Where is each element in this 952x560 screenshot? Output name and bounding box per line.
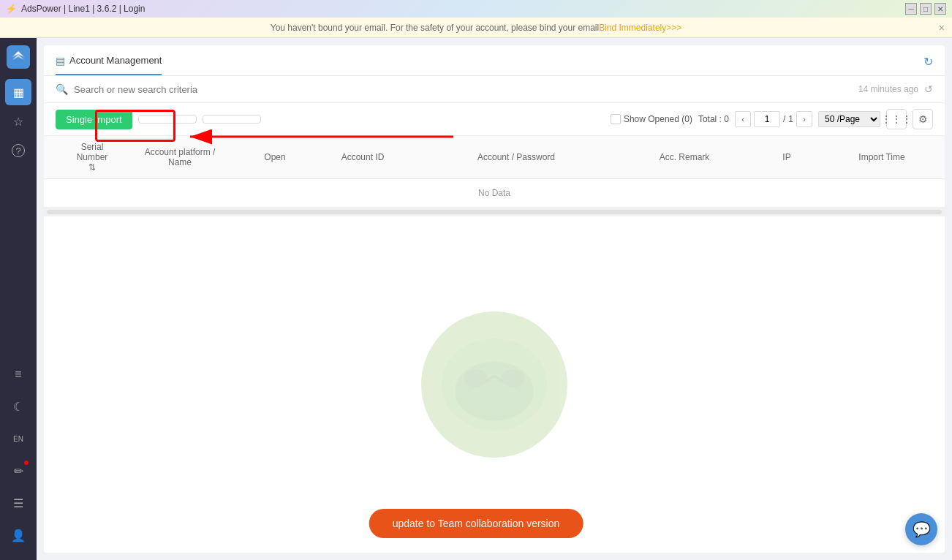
- sidebar-item-bookmark[interactable]: ☆: [5, 108, 31, 135]
- page-size-select[interactable]: 50 /Page 10 /Page 20 /Page 100 /Page: [818, 111, 880, 127]
- watermark-svg: [428, 319, 560, 450]
- show-opened-label: Show Opened (0): [624, 114, 692, 124]
- notification-bar: You haven't bound your email. For the sa…: [0, 18, 952, 38]
- notification-text: You haven't bound your email. For the sa…: [271, 23, 599, 33]
- search-bar: 🔍 14 minutes ago ↺: [44, 76, 945, 103]
- th-account-id: Account ID: [319, 152, 407, 162]
- svg-point-6: [501, 368, 524, 387]
- title-bar-controls: ─ □ ✕: [905, 3, 946, 15]
- th-account-password-text: Account / Password: [477, 152, 555, 162]
- sidebar-item-list[interactable]: ≡: [5, 361, 31, 387]
- sidebar-item-accounts[interactable]: ▦: [5, 79, 31, 105]
- no-data-text: No Data: [478, 188, 510, 198]
- page-prev-button[interactable]: ‹: [735, 111, 751, 127]
- pen-dot: [24, 461, 29, 465]
- sidebar: ▦ ☆ ? ≡ ☾ EN ✏ ☰ �: [0, 38, 37, 560]
- app-title: AdsPower | Line1 | 3.6.2 | Login: [21, 4, 145, 14]
- chat-button[interactable]: 💬: [905, 513, 937, 545]
- page-separator: /: [783, 114, 785, 124]
- th-serial: Serial Number ⇅: [56, 142, 129, 173]
- svg-point-5: [464, 368, 488, 387]
- maximize-button[interactable]: □: [920, 3, 932, 15]
- minimize-button[interactable]: ─: [905, 3, 917, 15]
- th-account-password: Account / Password: [407, 152, 626, 162]
- user-icon: 👤: [11, 529, 26, 542]
- extra-button-2[interactable]: [203, 115, 261, 124]
- th-ip-text: IP: [782, 152, 790, 162]
- th-ip: IP: [743, 152, 831, 162]
- chat-icon: 💬: [913, 521, 931, 538]
- close-button[interactable]: ✕: [934, 3, 946, 15]
- total-pages: 1: [788, 114, 793, 124]
- bottom-bar: update to Team collaboration version: [369, 509, 583, 538]
- th-sort-icon: ⇅: [88, 162, 96, 173]
- th-import-time-text: Import Time: [858, 152, 904, 162]
- help-icon: ?: [12, 144, 25, 157]
- content-area: ▤ Account Management ↻ 🔍 14 minutes ago …: [37, 38, 952, 560]
- moon-icon: ☾: [13, 400, 23, 414]
- th-remark-text: Acc. Remark: [660, 152, 710, 162]
- sidebar-logo: [5, 44, 31, 70]
- page-input[interactable]: [754, 111, 780, 127]
- title-bar: ⚡ AdsPower | Line1 | 3.6.2 | Login ─ □ ✕: [0, 0, 952, 18]
- watermark-circle: [421, 311, 567, 458]
- sidebar-item-language[interactable]: EN: [5, 425, 31, 452]
- th-serial-text: Serial: [81, 142, 104, 152]
- menu-icon: ☰: [13, 496, 23, 510]
- bookmark-icon: ☆: [13, 115, 23, 129]
- upgrade-button[interactable]: update to Team collaboration version: [369, 509, 583, 538]
- th-open: Open: [231, 152, 319, 162]
- search-refresh-button[interactable]: ↺: [924, 83, 933, 95]
- main-panel: ▤ Account Management ↻ 🔍 14 minutes ago …: [44, 45, 945, 553]
- sidebar-item-menu[interactable]: ☰: [5, 490, 31, 516]
- svg-point-4: [455, 362, 534, 421]
- accounts-icon: ▦: [13, 86, 24, 99]
- settings-button[interactable]: ⚙: [913, 109, 933, 129]
- column-icon: ⋮⋮⋮: [881, 113, 912, 125]
- total-label: Total : 0: [698, 114, 729, 124]
- sidebar-item-user[interactable]: 👤: [5, 522, 31, 548]
- table-header: Serial Number ⇅ Account platform / Name …: [44, 136, 945, 179]
- panel-header: ▤ Account Management ↻: [44, 45, 945, 76]
- search-input[interactable]: [74, 84, 853, 95]
- page-next-button[interactable]: ›: [796, 111, 812, 127]
- search-time: 14 minutes ago: [858, 84, 918, 94]
- main-layout: ▦ ☆ ? ≡ ☾ EN ✏ ☰ �: [0, 38, 952, 560]
- search-icon: 🔍: [56, 83, 68, 95]
- panel-refresh-button[interactable]: ↻: [923, 55, 933, 69]
- toolbar-right: Show Opened (0) Total : 0 ‹ / 1 › 50 /Pa…: [611, 109, 933, 129]
- extra-button-1[interactable]: [138, 115, 197, 124]
- horizontal-scrollbar[interactable]: [44, 208, 945, 216]
- no-data-row: No Data: [44, 179, 945, 208]
- single-import-button[interactable]: Single Import: [56, 110, 132, 129]
- th-platform: Account platform / Name: [129, 147, 231, 167]
- lang-icon: EN: [13, 435, 23, 443]
- panel-title-icon: ▤: [56, 55, 65, 67]
- panel-title-text: Account Management: [69, 55, 162, 66]
- th-platform-sub: Name: [168, 157, 192, 167]
- sidebar-item-pen[interactable]: ✏: [5, 458, 31, 484]
- scrollbar-track: [47, 210, 942, 214]
- notification-close[interactable]: ×: [939, 22, 945, 34]
- th-serial-sub: Number: [77, 152, 108, 162]
- show-opened-checkbox[interactable]: [611, 114, 621, 124]
- title-bar-left: ⚡ AdsPower | Line1 | 3.6.2 | Login: [6, 4, 145, 14]
- sidebar-item-help[interactable]: ?: [5, 137, 31, 164]
- sidebar-item-theme[interactable]: ☾: [5, 393, 31, 420]
- watermark: [44, 216, 945, 553]
- page-nav: ‹ / 1 ›: [735, 111, 812, 127]
- column-toggle-button[interactable]: ⋮⋮⋮: [886, 109, 907, 129]
- sidebar-bottom: ≡ ☾ EN ✏ ☰ 👤: [5, 361, 31, 560]
- panel-title: ▤ Account Management: [56, 55, 162, 75]
- th-account-id-text: Account ID: [341, 152, 385, 162]
- th-remark: Acc. Remark: [626, 152, 743, 162]
- settings-icon: ⚙: [918, 113, 928, 125]
- pen-icon: ✏: [14, 464, 23, 478]
- app-icon: ⚡: [6, 4, 17, 14]
- th-import-time: Import Time: [831, 152, 933, 162]
- th-open-text: Open: [264, 152, 285, 162]
- show-opened: Show Opened (0): [611, 114, 692, 124]
- th-platform-text: Account platform /: [145, 147, 216, 157]
- logo-svg: [7, 45, 30, 69]
- bind-email-link[interactable]: Bind Immediately>>>: [599, 23, 681, 33]
